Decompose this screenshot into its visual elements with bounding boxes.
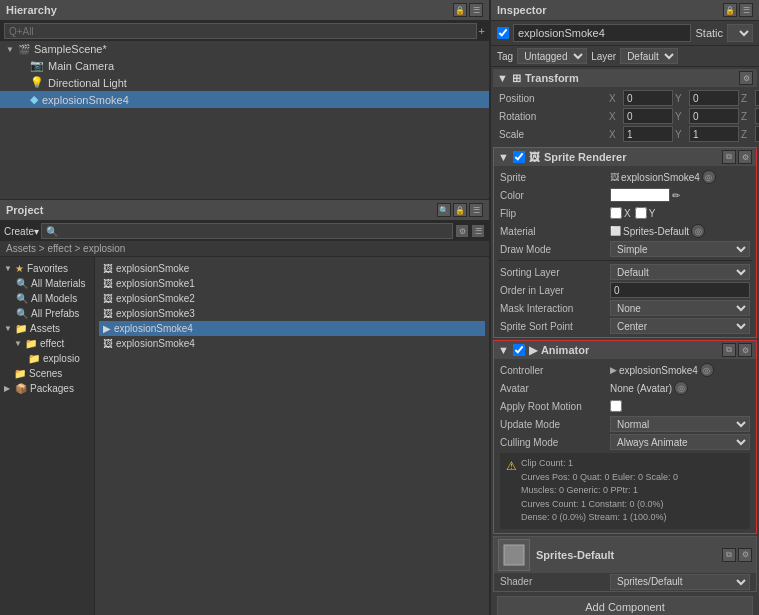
anim-settings-btn[interactable]: ⚙ <box>738 343 752 357</box>
sr-settings-btn[interactable]: ⚙ <box>738 150 752 164</box>
sprites-default-header[interactable]: Sprites-Default ⧉ ⚙ <box>494 537 756 573</box>
pos-z-input[interactable] <box>755 90 759 106</box>
scale-x-input[interactable] <box>623 126 673 142</box>
mask-interaction-select[interactable]: None <box>610 300 750 316</box>
asset-item-explosion-smoke[interactable]: 🖼 explosionSmoke <box>99 261 485 276</box>
rot-y-input[interactable] <box>689 108 739 124</box>
sprite-sort-point-select[interactable]: Center <box>610 318 750 334</box>
sidebar-all-prefabs[interactable]: 🔍 All Prefabs <box>0 306 94 321</box>
project-list-btn[interactable]: ☰ <box>471 224 485 238</box>
animator-section: ▼ ▶ Animator ⧉ ⚙ Controller ▶ explosionS… <box>493 340 757 534</box>
apply-root-motion-checkbox[interactable] <box>610 400 622 412</box>
project-filter-btn[interactable]: ⚙ <box>455 224 469 238</box>
transform-settings-btn[interactable]: ⚙ <box>739 71 753 85</box>
flip-y-checkbox[interactable] <box>635 207 647 219</box>
controller-select-btn[interactable]: ◎ <box>700 363 714 377</box>
sidebar-packages[interactable]: ▶ 📦 Packages <box>0 381 94 396</box>
sidebar-all-models[interactable]: 🔍 All Models <box>0 291 94 306</box>
sr-copy-btn[interactable]: ⧉ <box>722 150 736 164</box>
color-swatch[interactable] <box>610 188 670 202</box>
hierarchy-item-samplescene[interactable]: ▼ 🎬 SampleScene* <box>0 41 489 57</box>
apply-root-motion-label: Apply Root Motion <box>500 401 610 412</box>
sidebar-all-materials[interactable]: 🔍 All Materials <box>0 276 94 291</box>
order-in-layer-input[interactable] <box>610 282 750 298</box>
project-lock-btn[interactable]: 🔒 <box>453 203 467 217</box>
tag-select[interactable]: Untagged <box>517 48 587 64</box>
layer-select[interactable]: Default <box>620 48 678 64</box>
sidebar-effect[interactable]: ▼ 📁 effect <box>0 336 94 351</box>
sidebar-scenes[interactable]: 📁 Scenes <box>0 366 94 381</box>
asset-item-explosion-smoke2[interactable]: 🖼 explosionSmoke2 <box>99 291 485 306</box>
sr-divider <box>498 260 752 261</box>
draw-mode-select[interactable]: Simple <box>610 241 750 257</box>
gameobject-icon: ◆ <box>30 93 38 106</box>
pos-x-input[interactable] <box>623 90 673 106</box>
sprite-renderer-body: Sprite 🖼 explosionSmoke4 ◎ Color ✏ Flip <box>494 166 756 337</box>
inspector-lock-btn[interactable]: 🔒 <box>723 3 737 17</box>
rx-label: X <box>609 111 621 122</box>
packages-label: Packages <box>30 383 74 394</box>
pos-y-input[interactable] <box>689 90 739 106</box>
sr-enabled-checkbox[interactable] <box>513 151 525 163</box>
mask-interaction-value: None <box>610 300 750 316</box>
project-menu-btn[interactable]: ☰ <box>469 203 483 217</box>
sy-label: Y <box>675 129 687 140</box>
flip-x-checkbox[interactable] <box>610 207 622 219</box>
color-pencil-btn[interactable]: ✏ <box>672 190 680 201</box>
anim-copy-btn[interactable]: ⧉ <box>722 343 736 357</box>
project-search-btn[interactable]: 🔍 <box>437 203 451 217</box>
sprite-renderer-header[interactable]: ▼ 🖼 Sprite Renderer ⧉ ⚙ <box>494 148 756 166</box>
hierarchy-menu-btn[interactable]: ☰ <box>469 3 483 17</box>
controller-icon: ▶ <box>610 365 617 375</box>
animator-header[interactable]: ▼ ▶ Animator ⧉ ⚙ <box>494 341 756 359</box>
update-mode-label: Update Mode <box>500 419 610 430</box>
go-active-checkbox[interactable] <box>497 27 509 39</box>
project-search-input[interactable] <box>41 223 453 239</box>
avatar-select-btn[interactable]: ◎ <box>674 381 688 395</box>
asset-item-explosion-smoke1[interactable]: 🖼 explosionSmoke1 <box>99 276 485 291</box>
scale-y-input[interactable] <box>689 126 739 142</box>
sidebar-explosion[interactable]: 📁 explosio <box>0 351 94 366</box>
scale-value: X Y Z <box>609 126 759 142</box>
transform-title: ▼ ⊞ Transform <box>497 72 579 85</box>
shader-select[interactable]: Sprites/Default <box>610 574 750 590</box>
material-row: Material ⬜ Sprites-Default ◎ <box>494 222 756 240</box>
material-select-btn[interactable]: ◎ <box>691 224 705 238</box>
sprites-default-settings-btn[interactable]: ⚙ <box>738 548 752 562</box>
sprite-select-btn[interactable]: ◎ <box>702 170 716 184</box>
sprites-default-title: Sprites-Default <box>536 549 614 561</box>
sorting-layer-select[interactable]: Default <box>610 264 750 280</box>
go-name-input[interactable] <box>513 24 691 42</box>
add-component-button[interactable]: Add Component <box>497 596 753 616</box>
rot-z-input[interactable] <box>755 108 759 124</box>
asset-item-explosion-smoke3[interactable]: 🖼 explosionSmoke3 <box>99 306 485 321</box>
mask-interaction-label: Mask Interaction <box>500 303 610 314</box>
hierarchy-item-main-camera[interactable]: 📷 Main Camera <box>0 57 489 74</box>
rot-x-input[interactable] <box>623 108 673 124</box>
hierarchy-item-directional-light[interactable]: 💡 Directional Light <box>0 74 489 91</box>
material-label: Material <box>500 226 610 237</box>
controller-value-text: explosionSmoke4 <box>619 365 698 376</box>
rz-label: Z <box>741 111 753 122</box>
hierarchy-item-label: explosionSmoke4 <box>42 94 129 106</box>
go-name-row: Static <box>491 21 759 46</box>
assets-label: Assets <box>30 323 60 334</box>
sprites-default-copy-btn[interactable]: ⧉ <box>722 548 736 562</box>
hierarchy-add-btn[interactable]: + <box>479 25 485 37</box>
sprite-value: 🖼 explosionSmoke4 ◎ <box>610 170 750 184</box>
project-toolbar: Create▾ ⚙ ☰ <box>0 221 489 241</box>
update-mode-select[interactable]: Normal <box>610 416 750 432</box>
transform-header[interactable]: ▼ ⊞ Transform ⚙ <box>493 69 757 87</box>
hierarchy-item-explosion-smoke[interactable]: ◆ explosionSmoke4 <box>0 91 489 108</box>
hierarchy-lock-btn[interactable]: 🔒 <box>453 3 467 17</box>
culling-mode-select[interactable]: Always Animate <box>610 434 750 450</box>
sidebar-favorites[interactable]: ▼ ★ Favorites <box>0 261 94 276</box>
sidebar-assets[interactable]: ▼ 📁 Assets <box>0 321 94 336</box>
inspector-menu-btn[interactable]: ☰ <box>739 3 753 17</box>
static-dropdown[interactable] <box>727 24 753 42</box>
hierarchy-search-input[interactable] <box>4 23 477 39</box>
asset-item-explosion-smoke4-first[interactable]: ▶ explosionSmoke4 <box>99 321 485 336</box>
asset-item-explosion-smoke4-second[interactable]: 🖼 explosionSmoke4 <box>99 336 485 351</box>
anim-enabled-checkbox[interactable] <box>513 344 525 356</box>
scale-z-input[interactable] <box>755 126 759 142</box>
